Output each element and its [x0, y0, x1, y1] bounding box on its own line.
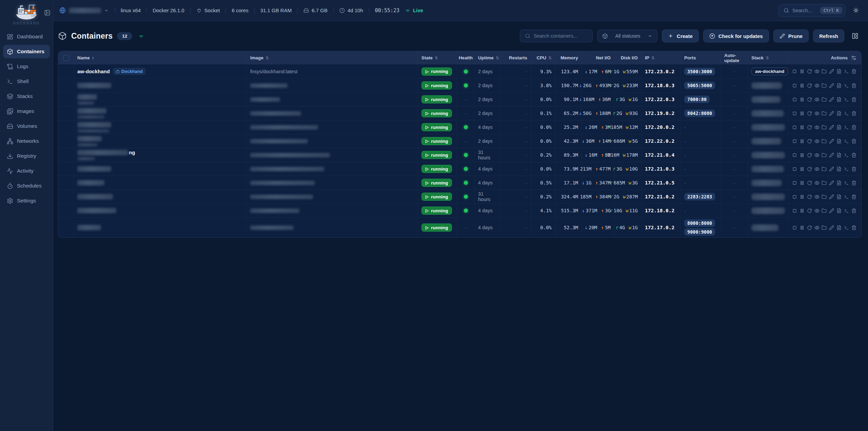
- container-search-input[interactable]: Search containers...: [520, 30, 593, 42]
- restart-button[interactable]: [807, 97, 812, 102]
- pause-button[interactable]: [800, 180, 805, 186]
- edit-button[interactable]: [829, 111, 834, 116]
- files-button[interactable]: [822, 97, 827, 102]
- edit-button[interactable]: [829, 180, 834, 186]
- logs-button[interactable]: [836, 83, 842, 89]
- remove-button[interactable]: [851, 68, 856, 74]
- theme-toggle-button[interactable]: [853, 7, 859, 14]
- column-header-cpu[interactable]: CPU⇅: [531, 51, 555, 64]
- remove-button[interactable]: [851, 124, 856, 130]
- container-row[interactable]: ▷running 2 days - 3.8% 190.7M ↓26G ↑493M…: [58, 78, 861, 92]
- check-for-updates-button[interactable]: Check for updates: [703, 30, 769, 42]
- sidebar-item-images[interactable]: Images: [3, 104, 50, 118]
- remove-button[interactable]: [851, 138, 856, 144]
- restart-button[interactable]: [807, 166, 812, 172]
- files-button[interactable]: [822, 111, 827, 116]
- stop-button[interactable]: [792, 225, 797, 231]
- remove-button[interactable]: [851, 166, 856, 172]
- stop-button[interactable]: [792, 166, 797, 172]
- container-row[interactable]: ▷running - 2 days - 0.1% 65.2M ↓50G ↑188…: [58, 106, 861, 120]
- files-button[interactable]: [822, 225, 827, 231]
- files-button[interactable]: [822, 166, 827, 172]
- select-all-checkbox[interactable]: [63, 55, 69, 61]
- restart-button[interactable]: [807, 138, 812, 144]
- inspect-button[interactable]: [814, 152, 820, 158]
- pause-button[interactable]: [800, 111, 805, 116]
- shell-button[interactable]: [844, 83, 849, 89]
- restart-button[interactable]: [807, 124, 812, 130]
- column-settings-button[interactable]: [849, 30, 862, 42]
- dockhand-badge[interactable]: Dockhand: [113, 68, 145, 75]
- sidebar-item-activity[interactable]: Activity: [3, 164, 50, 178]
- remove-button[interactable]: [851, 180, 856, 186]
- files-button[interactable]: [822, 208, 827, 214]
- stop-button[interactable]: [792, 138, 797, 144]
- pause-button[interactable]: [800, 83, 805, 89]
- inspect-button[interactable]: [814, 166, 820, 172]
- inspect-button[interactable]: [814, 180, 820, 186]
- remove-button[interactable]: [851, 208, 856, 214]
- container-row[interactable]: ▷running 4 days - 0.0% 73.9M ↓213M ↑477M…: [58, 162, 861, 176]
- logs-button[interactable]: [836, 97, 842, 102]
- column-header-name[interactable]: Name↑: [74, 51, 247, 64]
- pause-button[interactable]: [800, 194, 805, 200]
- environment-selector[interactable]: [59, 7, 109, 14]
- inspect-button[interactable]: [814, 194, 820, 200]
- restart-button[interactable]: [807, 208, 812, 214]
- remove-button[interactable]: [851, 111, 856, 116]
- pause-button[interactable]: [800, 208, 805, 214]
- shell-button[interactable]: [844, 138, 849, 144]
- stop-button[interactable]: [792, 180, 797, 186]
- status-filter-select[interactable]: All statuses: [597, 30, 657, 42]
- pause-button[interactable]: [800, 225, 805, 231]
- inspect-button[interactable]: [814, 225, 820, 231]
- inspect-button[interactable]: [814, 124, 820, 130]
- column-header-stack[interactable]: Stack⇅: [748, 51, 789, 64]
- files-button[interactable]: [822, 152, 827, 158]
- inspect-button[interactable]: [814, 111, 820, 116]
- files-button[interactable]: [822, 138, 827, 144]
- container-row[interactable]: ng ▷running 31 hours - 0.2% 89.3M ↓16M ↑…: [58, 148, 861, 162]
- shell-button[interactable]: [844, 152, 849, 158]
- sidebar-item-settings[interactable]: Settings: [3, 194, 50, 208]
- create-button[interactable]: Create: [662, 30, 699, 42]
- restart-button[interactable]: [807, 180, 812, 186]
- shell-button[interactable]: [844, 97, 849, 102]
- pause-button[interactable]: [800, 166, 805, 172]
- remove-button[interactable]: [851, 97, 856, 102]
- files-button[interactable]: [822, 180, 827, 186]
- edit-button[interactable]: [829, 83, 834, 89]
- inspect-button[interactable]: [814, 138, 820, 144]
- sidebar-item-logs[interactable]: Logs: [3, 60, 50, 73]
- logs-button[interactable]: [836, 68, 842, 74]
- logs-button[interactable]: [836, 111, 842, 116]
- column-header-image[interactable]: Image⇅: [247, 51, 418, 64]
- edit-button[interactable]: [829, 208, 834, 214]
- edit-button[interactable]: [829, 166, 834, 172]
- logs-button[interactable]: [836, 124, 842, 130]
- restart-button[interactable]: [807, 68, 812, 74]
- logs-button[interactable]: [836, 208, 842, 214]
- pause-button[interactable]: [800, 138, 805, 144]
- sidebar-item-dashboard[interactable]: Dashboard: [3, 30, 50, 43]
- sidebar-item-containers[interactable]: Containers: [3, 45, 50, 58]
- restart-button[interactable]: [807, 152, 812, 158]
- edit-button[interactable]: [829, 124, 834, 130]
- container-row[interactable]: ▷running - 2 days - 0.0% 42.3M ↓36M ↑14M…: [58, 134, 861, 148]
- global-search-input[interactable]: Search... Ctrl K: [778, 4, 845, 17]
- edit-button[interactable]: [829, 152, 834, 158]
- stop-button[interactable]: [792, 111, 797, 116]
- container-row[interactable]: aw-dockhand Dockhand fnsys/dockhand:late…: [58, 64, 861, 78]
- sidebar-item-registry[interactable]: Registry: [3, 149, 50, 163]
- remove-button[interactable]: [851, 194, 856, 200]
- pause-button[interactable]: [800, 97, 805, 102]
- shell-button[interactable]: [844, 111, 849, 116]
- stop-button[interactable]: [792, 194, 797, 200]
- shell-button[interactable]: [844, 194, 849, 200]
- column-header-state[interactable]: State⇅: [418, 51, 457, 64]
- edit-button[interactable]: [829, 194, 834, 200]
- pause-button[interactable]: [800, 68, 805, 74]
- logs-button[interactable]: [836, 180, 842, 186]
- sidebar-collapse-button[interactable]: [43, 9, 51, 16]
- logs-button[interactable]: [836, 225, 842, 231]
